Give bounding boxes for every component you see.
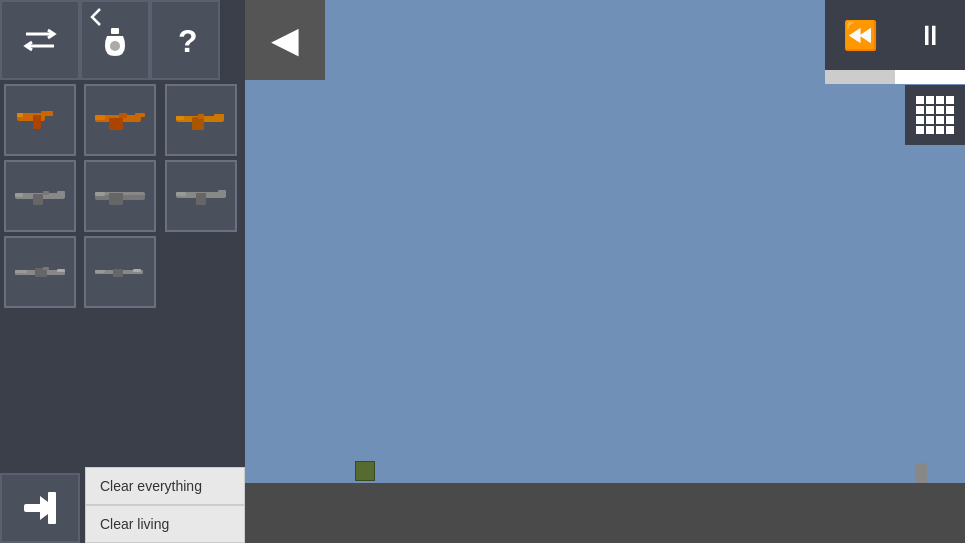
sidebar: ? (0, 0, 245, 543)
rewind-button[interactable]: ⏪ (825, 0, 895, 70)
rewind-icon: ⏪ (843, 19, 878, 52)
svg-rect-11 (119, 113, 127, 118)
top-right-controls: ⏪ ⏸ (825, 0, 965, 84)
weapon-cell-rifle[interactable] (165, 160, 237, 232)
sniper1-icon (13, 257, 67, 287)
svg-rect-14 (176, 116, 184, 120)
playback-controls: ⏪ ⏸ (825, 0, 965, 70)
exit-button[interactable] (0, 473, 80, 543)
weapons-grid (0, 80, 245, 312)
bottom-area: Clear everything Clear living (0, 443, 245, 543)
game-character (915, 463, 927, 483)
ak-icon (93, 105, 147, 135)
svg-rect-20 (57, 191, 65, 195)
help-button[interactable]: ? (150, 0, 220, 80)
swap-button[interactable] (0, 0, 80, 80)
svg-rect-37 (95, 270, 105, 273)
svg-rect-27 (196, 193, 206, 205)
sniper2-icon (93, 257, 147, 287)
weapon-cell-sniper1[interactable] (4, 236, 76, 308)
smg-icon (174, 105, 228, 135)
svg-rect-25 (95, 192, 105, 196)
weapon-cell-pistol[interactable] (4, 84, 76, 156)
svg-rect-6 (17, 113, 23, 117)
svg-text:?: ? (178, 23, 198, 58)
svg-rect-4 (33, 115, 41, 129)
help-icon: ? (171, 22, 199, 58)
weapon-cell-smg1[interactable] (165, 84, 237, 156)
rifle-icon (174, 181, 228, 211)
weapon-cell-ak1[interactable] (84, 84, 156, 156)
pause-button[interactable]: ⏸ (895, 0, 965, 70)
top-toolbar: ? (0, 0, 245, 80)
game-object-green (355, 461, 375, 481)
svg-rect-10 (135, 113, 145, 117)
svg-rect-19 (15, 193, 23, 197)
svg-rect-8 (109, 118, 123, 130)
progress-bar[interactable] (825, 70, 965, 84)
svg-rect-34 (43, 267, 49, 270)
ground (245, 483, 965, 543)
clear-everything-button[interactable]: Clear everything (85, 467, 245, 505)
grid-icon (916, 96, 954, 134)
swap-icon (22, 26, 58, 54)
svg-rect-33 (57, 269, 65, 272)
svg-rect-16 (198, 114, 204, 119)
context-menu: Clear everything Clear living (85, 467, 245, 543)
svg-rect-40 (48, 492, 56, 524)
svg-rect-24 (109, 193, 123, 205)
progress-bar-fill (825, 70, 895, 84)
bottle-icon (101, 26, 129, 62)
smg2-icon (13, 181, 67, 211)
svg-rect-9 (95, 115, 105, 120)
back-icon: ◀ (271, 19, 299, 61)
exit-icon (20, 488, 60, 528)
weapon-cell-sniper2[interactable] (84, 236, 156, 308)
grid-toggle-button[interactable] (905, 85, 965, 145)
weapon-cell-shotgun[interactable] (84, 160, 156, 232)
svg-rect-0 (111, 28, 119, 34)
svg-rect-15 (214, 114, 224, 118)
pause-icon: ⏸ (916, 19, 944, 52)
pistol-icon (13, 105, 67, 135)
svg-rect-21 (43, 191, 49, 195)
shotgun-icon (93, 181, 147, 211)
back-button[interactable]: ◀ (245, 0, 325, 80)
weapon-cell-smg2[interactable] (4, 160, 76, 232)
arrow-icon (86, 6, 108, 28)
potion-button[interactable] (80, 0, 150, 80)
svg-rect-18 (33, 194, 43, 205)
svg-rect-32 (15, 270, 27, 273)
svg-rect-38 (133, 269, 141, 272)
svg-rect-29 (218, 190, 226, 195)
svg-point-1 (110, 41, 120, 51)
clear-living-button[interactable]: Clear living (85, 505, 245, 543)
svg-rect-28 (176, 192, 186, 196)
svg-rect-5 (41, 111, 53, 116)
svg-rect-36 (113, 269, 123, 277)
